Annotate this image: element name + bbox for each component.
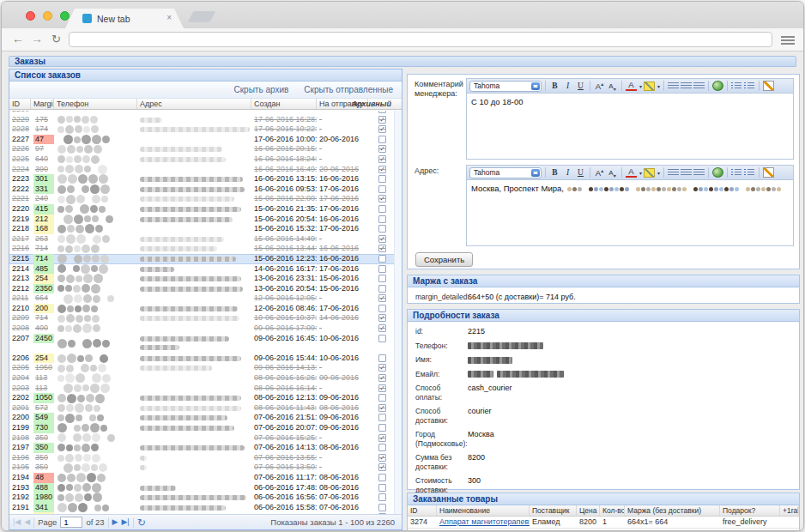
archived-checkbox[interactable] <box>378 484 386 492</box>
font-increase-icon[interactable]: A▴ <box>594 80 605 92</box>
order-row[interactable]: 221726315-06-2016 14:49:15-✓ <box>9 234 394 245</box>
archived-checkbox[interactable] <box>378 225 386 233</box>
hide-archive-link[interactable]: Скрыть архив <box>234 85 289 94</box>
browser-tab[interactable]: New tab × <box>65 9 184 28</box>
archived-checkbox[interactable]: ✓ <box>378 166 386 173</box>
order-row[interactable]: 219348806-06-2016 17:48:5108-06-2016 <box>9 483 394 493</box>
archived-checkbox[interactable]: ✓ <box>378 434 386 442</box>
order-row[interactable]: 2202105008-06-2016 12:13:5709-06-2016 <box>9 393 394 403</box>
font-color-icon[interactable]: A <box>626 81 637 91</box>
dropdown-arrow-icon[interactable]: ▾ <box>639 83 642 89</box>
archived-checkbox[interactable]: ✓ <box>378 245 386 252</box>
align-left-icon[interactable] <box>668 82 679 90</box>
last-page-icon[interactable]: ▶| <box>121 518 129 526</box>
highlight-icon[interactable] <box>644 82 655 91</box>
unordered-list-icon[interactable] <box>744 169 755 177</box>
order-row[interactable]: 220625409-06-2016 15:44:3110-06-2016 <box>9 354 394 364</box>
product-column-header[interactable]: ID <box>408 505 437 516</box>
product-column-header[interactable]: Цена <box>577 505 600 516</box>
order-row[interactable]: 222439016-06-2016 16:49:0320-06-2016✓ <box>9 165 394 175</box>
ordered-list-icon[interactable] <box>731 82 742 90</box>
archived-checkbox[interactable] <box>378 424 386 432</box>
archived-checkbox[interactable]: ✓ <box>378 404 386 412</box>
order-row[interactable]: 222330116-06-2016 13:15:5016-06-2016 <box>9 174 394 184</box>
url-input[interactable] <box>69 32 772 47</box>
reload-icon[interactable]: ↻ <box>51 33 61 45</box>
archived-checkbox[interactable] <box>378 493 386 501</box>
archived-checkbox[interactable]: ✓ <box>378 324 386 332</box>
order-row[interactable]: 220971410-06-2016 10:37:0414-06-2016✓ <box>9 313 394 323</box>
edit-source-icon[interactable] <box>763 81 774 91</box>
order-row[interactable]: 222917517-06-2016 16:28:47-✓ <box>9 115 394 125</box>
column-header-id[interactable]: ID <box>9 99 31 109</box>
archived-checkbox[interactable] <box>378 305 386 312</box>
archived-checkbox[interactable] <box>378 215 386 223</box>
font-decrease-icon[interactable]: A▾ <box>607 80 618 92</box>
column-header-margin[interactable]: Margin <box>31 99 54 109</box>
order-row[interactable]: 219973007-06-2016 20:07:4509-06-2016 <box>9 423 394 433</box>
page-number-input[interactable] <box>60 517 82 528</box>
back-icon[interactable]: ← <box>12 32 24 45</box>
archived-checkbox[interactable] <box>378 394 386 402</box>
archived-checkbox[interactable] <box>378 285 386 293</box>
font-color-icon[interactable]: A <box>626 167 637 178</box>
italic-icon[interactable]: I <box>562 80 573 92</box>
align-right-icon[interactable] <box>693 82 705 90</box>
archived-checkbox[interactable] <box>378 255 386 263</box>
product-row[interactable]: 3274Аппарат магнитотерапевтический ...Ел… <box>408 517 799 529</box>
order-row[interactable]: 22274717-06-2016 10:00:2320-06-2016 <box>9 135 394 145</box>
align-right-icon[interactable] <box>693 169 705 177</box>
archived-checkbox[interactable]: ✓ <box>378 384 386 392</box>
archived-checkbox[interactable]: ✓ <box>378 454 386 462</box>
column-header-address[interactable]: Адрес <box>137 99 251 109</box>
comment-editor-content[interactable]: С 10 до 18-00 <box>467 94 793 159</box>
order-row[interactable]: 222233116-06-2016 09:53:5117-06-2016 <box>9 184 394 195</box>
archived-checkbox[interactable]: ✓ <box>378 364 386 372</box>
unordered-list-icon[interactable] <box>744 82 755 90</box>
order-row[interactable]: 222564016-06-2016 18:24:39-✓ <box>9 154 394 165</box>
font-select-stepper-icon[interactable] <box>531 82 540 90</box>
order-row[interactable]: 221571415-06-2016 12:23:0416-06-2016 <box>9 254 394 264</box>
ordered-list-icon[interactable] <box>731 169 742 177</box>
order-row[interactable]: 21944807-06-2016 11:17:4908-06-2016 <box>9 473 394 483</box>
zoom-window-button[interactable] <box>60 11 70 21</box>
product-column-header[interactable]: Кол-во <box>600 505 625 516</box>
order-row[interactable]: 221816815-06-2016 15:32:2117-06-2016 <box>9 224 394 234</box>
archived-checkbox[interactable]: ✓ <box>378 314 386 322</box>
archived-checkbox[interactable] <box>378 335 386 342</box>
archived-checkbox[interactable]: ✓ <box>378 235 386 243</box>
order-row[interactable]: 221448514-06-2016 16:17:2017-06-2016 <box>9 264 394 275</box>
bold-icon[interactable]: B <box>549 166 560 178</box>
highlight-icon[interactable] <box>644 168 655 178</box>
hide-sent-link[interactable]: Скрыть отправленные <box>304 85 393 94</box>
archived-checkbox[interactable] <box>378 414 386 421</box>
bold-icon[interactable]: B <box>549 80 560 92</box>
product-column-header[interactable]: Маржа (без доставки) <box>625 505 720 516</box>
font-select-stepper-icon[interactable] <box>531 169 540 177</box>
new-tab-button[interactable] <box>188 11 216 22</box>
edit-source-icon[interactable] <box>763 167 774 178</box>
archived-checkbox[interactable]: ✓ <box>378 155 386 163</box>
insert-image-icon[interactable] <box>712 81 723 91</box>
save-button[interactable]: Сохранить <box>415 252 473 267</box>
order-row[interactable]: 2205195009-06-2016 14:13:56-✓ <box>9 363 394 373</box>
order-row[interactable]: 222124015-06-2016 22:00:5817-06-2016✓ <box>9 194 394 204</box>
archived-checkbox[interactable] <box>378 444 386 451</box>
archived-checkbox[interactable]: ✓ <box>378 294 386 302</box>
archived-checkbox[interactable] <box>378 474 386 481</box>
order-row[interactable]: 221921215-06-2016 20:54:5616-06-2016 <box>9 215 394 225</box>
archived-checkbox[interactable] <box>378 136 386 143</box>
order-row[interactable]: 219835007-06-2016 15:25:25-✓ <box>9 433 394 444</box>
order-row[interactable]: 219134106-06-2016 15:58:3607-06-2016 <box>9 503 394 513</box>
column-header-archived[interactable]: Архивный <box>368 99 394 109</box>
archived-checkbox[interactable] <box>378 275 386 282</box>
column-header-created[interactable]: Создан <box>251 99 317 109</box>
archived-checkbox[interactable]: ✓ <box>378 374 386 382</box>
order-row[interactable]: 221325413-06-2016 23:31:1615-06-2016 <box>9 274 394 284</box>
underline-icon[interactable]: U <box>575 80 586 92</box>
order-row[interactable]: 220411308-06-2016 16:26:0209-06-2016✓ <box>9 373 394 384</box>
align-center-icon[interactable] <box>681 82 692 90</box>
archived-checkbox[interactable] <box>378 185 386 193</box>
archived-checkbox[interactable] <box>378 175 386 183</box>
order-row[interactable]: 221020012-06-2016 08:46:4817-06-2016 <box>9 304 394 314</box>
